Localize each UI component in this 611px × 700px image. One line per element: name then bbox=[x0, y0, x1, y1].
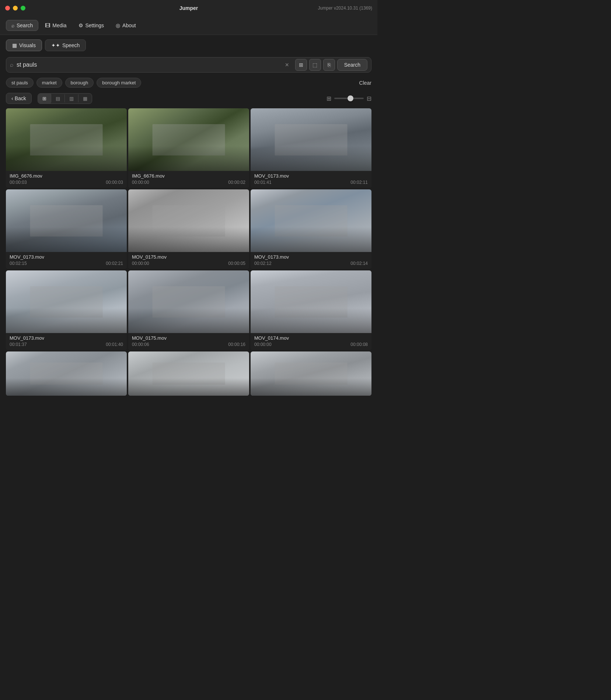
search-tools: × ⊞ ⬚ ⎘ Search bbox=[281, 59, 367, 71]
slider-thumb bbox=[348, 95, 353, 101]
media-filename: IMG_6676.mov bbox=[132, 173, 245, 179]
search-bar: ⌕ × ⊞ ⬚ ⎘ Search bbox=[6, 57, 371, 73]
tag-market[interactable]: market bbox=[36, 78, 62, 88]
media-nav-icon: 🎞 bbox=[45, 22, 50, 28]
minimize-button[interactable] bbox=[13, 6, 18, 11]
media-info: MOV_0173.mov 00:02:12 00:02:14 bbox=[251, 252, 371, 269]
media-filename: MOV_0173.mov bbox=[10, 335, 123, 341]
app-title: Jumper bbox=[179, 5, 198, 11]
search-icon: ⌕ bbox=[10, 62, 14, 68]
view-mode-2-icon: ▤ bbox=[56, 96, 60, 101]
nav-media[interactable]: 🎞 Media bbox=[40, 20, 71, 31]
media-item[interactable]: IMG_6676.mov 00:00:03 00:00:03 bbox=[6, 108, 127, 188]
thumb-overlay bbox=[128, 378, 249, 396]
results-toolbar: ‹ Back ⊞ ▤ ▥ ▦ ⊞ ⊟ bbox=[0, 90, 377, 107]
media-times: 00:00:00 00:00:05 bbox=[132, 261, 245, 266]
media-time-start: 00:00:06 bbox=[132, 342, 149, 347]
media-thumbnail bbox=[6, 351, 127, 396]
search-submit-button[interactable]: Search bbox=[337, 59, 367, 71]
about-nav-icon: ◎ bbox=[116, 22, 120, 28]
view-mode-1-icon: ⊞ bbox=[42, 96, 46, 101]
grid-size-slider[interactable] bbox=[334, 98, 364, 99]
copy-tool-button[interactable]: ⎘ bbox=[323, 59, 335, 71]
media-item[interactable] bbox=[251, 351, 371, 396]
nav-search[interactable]: ⌕ Search bbox=[6, 20, 38, 31]
media-info: MOV_0173.mov 00:01:41 00:02:11 bbox=[251, 171, 371, 188]
view-mode-4-button[interactable]: ▦ bbox=[78, 94, 92, 104]
tab-speech[interactable]: ✦✦ Speech bbox=[45, 39, 86, 51]
thumb-overlay bbox=[128, 227, 249, 252]
media-times: 00:02:12 00:02:14 bbox=[254, 261, 368, 266]
back-button[interactable]: ‹ Back bbox=[6, 93, 32, 104]
nav-about[interactable]: ◎ About bbox=[111, 20, 141, 31]
media-item[interactable] bbox=[128, 351, 249, 396]
media-filename: MOV_0173.mov bbox=[10, 254, 123, 260]
tag-borough[interactable]: borough bbox=[65, 78, 94, 88]
thumb-overlay bbox=[128, 308, 249, 333]
thumb-overlay bbox=[6, 227, 127, 252]
media-item[interactable]: MOV_0175.mov 00:00:00 00:00:05 bbox=[128, 189, 249, 269]
nav-settings[interactable]: ⚙ Settings bbox=[73, 20, 109, 31]
media-item[interactable]: MOV_0173.mov 00:01:37 00:01:40 bbox=[6, 270, 127, 350]
close-button[interactable] bbox=[5, 6, 10, 11]
media-item[interactable] bbox=[6, 351, 127, 396]
view-mode-3-button[interactable]: ▥ bbox=[65, 94, 78, 104]
maximize-button[interactable] bbox=[21, 6, 25, 11]
tag-st-pauls[interactable]: st pauls bbox=[6, 78, 34, 88]
media-item[interactable]: MOV_0173.mov 00:02:12 00:02:14 bbox=[251, 189, 371, 269]
search-input[interactable] bbox=[17, 59, 278, 70]
thumb-overlay bbox=[6, 146, 127, 171]
media-time-start: 00:02:15 bbox=[10, 261, 27, 266]
media-thumbnail bbox=[128, 108, 249, 171]
media-thumbnail bbox=[251, 270, 371, 333]
media-time-end: 00:02:21 bbox=[106, 261, 123, 266]
media-info: MOV_0175.mov 00:00:00 00:00:05 bbox=[128, 252, 249, 269]
media-filename: MOV_0175.mov bbox=[132, 254, 245, 260]
frame-tool-button[interactable]: ⬚ bbox=[309, 59, 321, 71]
media-info: MOV_0173.mov 00:01:37 00:01:40 bbox=[6, 333, 127, 350]
media-item[interactable]: MOV_0173.mov 00:01:41 00:02:11 bbox=[251, 108, 371, 188]
thumb-overlay bbox=[251, 227, 371, 252]
media-item[interactable]: IMG_6676.mov 00:00:00 00:00:02 bbox=[128, 108, 249, 188]
media-thumbnail bbox=[128, 351, 249, 396]
media-item[interactable]: MOV_0174.mov 00:00:00 00:00:08 bbox=[251, 270, 371, 350]
media-thumbnail bbox=[128, 270, 249, 333]
search-nav-icon: ⌕ bbox=[11, 22, 14, 28]
media-time-end: 00:00:02 bbox=[228, 180, 245, 185]
media-time-end: 00:01:40 bbox=[106, 342, 123, 347]
clear-tags-button[interactable]: Clear bbox=[359, 80, 371, 86]
media-filename: MOV_0174.mov bbox=[254, 335, 368, 341]
media-times: 00:01:37 00:01:40 bbox=[10, 342, 123, 347]
media-item[interactable]: MOV_0173.mov 00:02:15 00:02:21 bbox=[6, 189, 127, 269]
media-thumbnail bbox=[6, 189, 127, 252]
view-mode-2-button[interactable]: ▤ bbox=[51, 94, 64, 104]
media-time-start: 00:01:37 bbox=[10, 342, 27, 347]
media-thumbnail bbox=[128, 189, 249, 252]
nav-about-label: About bbox=[122, 22, 136, 28]
tags-row: st pauls market borough borough market C… bbox=[0, 76, 377, 90]
tab-visuals-label: Visuals bbox=[19, 42, 36, 48]
media-thumbnail bbox=[6, 108, 127, 171]
media-thumbnail bbox=[251, 189, 371, 252]
grid-tool-button[interactable]: ⊞ bbox=[295, 59, 307, 71]
speech-icon: ✦✦ bbox=[51, 42, 60, 48]
thumb-overlay bbox=[6, 308, 127, 333]
media-filename: MOV_0173.mov bbox=[254, 173, 368, 179]
tabs-row: ▦ Visuals ✦✦ Speech bbox=[0, 35, 377, 54]
media-time-end: 00:02:11 bbox=[350, 180, 368, 185]
media-item[interactable]: MOV_0175.mov 00:00:06 00:00:16 bbox=[128, 270, 249, 350]
nav-search-label: Search bbox=[17, 22, 33, 28]
media-time-end: 00:02:14 bbox=[350, 261, 368, 266]
view-mode-4-icon: ▦ bbox=[83, 96, 87, 101]
view-mode-1-button[interactable]: ⊞ bbox=[38, 94, 51, 104]
tag-borough-market[interactable]: borough market bbox=[97, 78, 141, 88]
grid-size-control: ⊞ ⊟ bbox=[327, 95, 371, 102]
clear-search-button[interactable]: × bbox=[281, 59, 293, 71]
tab-speech-label: Speech bbox=[62, 42, 80, 48]
view-mode-3-icon: ▥ bbox=[69, 96, 74, 101]
media-times: 00:00:03 00:00:03 bbox=[10, 180, 123, 185]
tab-visuals[interactable]: ▦ Visuals bbox=[6, 39, 42, 51]
media-time-start: 00:00:00 bbox=[254, 342, 272, 347]
view-mode-buttons: ⊞ ▤ ▥ ▦ bbox=[38, 93, 92, 104]
media-time-end: 00:00:16 bbox=[228, 342, 245, 347]
